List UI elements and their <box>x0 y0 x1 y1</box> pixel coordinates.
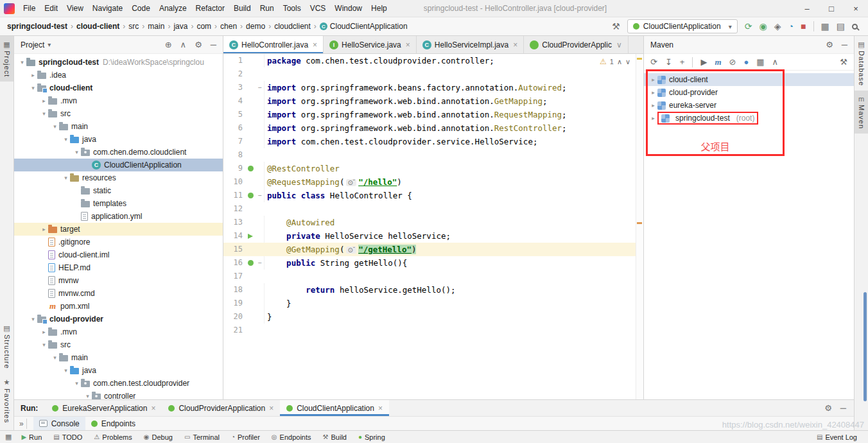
status-item-terminal[interactable]: ▭Terminal <box>178 433 225 441</box>
tree-chevron-icon[interactable]: ▾ <box>83 393 92 399</box>
code-line[interactable]: 16− public String getHello(){ <box>223 256 643 270</box>
menu-code[interactable]: Code <box>127 2 155 15</box>
menu-run[interactable]: Run <box>256 2 279 15</box>
tree-chevron-icon[interactable]: ▾ <box>73 149 81 155</box>
tree-row[interactable]: ▾java <box>14 364 223 377</box>
tree-row[interactable]: ▾controller <box>14 390 223 399</box>
menu-view[interactable]: View <box>62 2 88 15</box>
run-tab[interactable]: EurekaServerApplication× <box>46 400 162 416</box>
locate-icon[interactable]: ⊕ <box>165 40 172 49</box>
project-panel-title[interactable]: Project <box>21 40 44 49</box>
breadcrumb-item[interactable]: CCloudClientApplication <box>318 21 410 32</box>
url-mapping-inlay-icon[interactable]: ⊙ˇ <box>346 179 356 186</box>
tree-row[interactable]: .gitignore <box>14 236 223 248</box>
status-item-profiler[interactable]: ◔Profiler <box>225 433 266 441</box>
breadcrumb-item[interactable]: springcloud-test <box>5 21 69 32</box>
reimport-icon[interactable]: ⟳ <box>650 58 657 66</box>
run-subtab[interactable]: Endpoints <box>85 417 141 430</box>
tool-strip-item-maven[interactable]: mMaven <box>855 91 868 134</box>
tree-chevron-icon[interactable]: ▾ <box>29 316 37 322</box>
hide-panel-icon[interactable]: ─ <box>842 40 847 49</box>
status-item-endpoints[interactable]: ◎Endpoints <box>266 433 317 441</box>
code-line[interactable]: 17 <box>223 270 643 283</box>
tool-strip-item-favorites[interactable]: ★Favorites <box>0 374 13 428</box>
menu-file[interactable]: File <box>19 2 40 15</box>
close-icon[interactable]: × <box>269 404 273 413</box>
menu-build[interactable]: Build <box>229 2 256 15</box>
maven-settings-icon[interactable]: ⚒ <box>840 58 847 66</box>
menu-refactor[interactable]: Refactor <box>191 2 229 15</box>
maven-tree-row[interactable]: ▸cloud-client <box>644 73 854 86</box>
menu-navigate[interactable]: Navigate <box>88 2 127 15</box>
skip-tests-icon[interactable]: ⊘ <box>729 58 736 66</box>
tree-row[interactable]: ▾com.chen.test.cloudprovider <box>14 377 223 390</box>
maximize-button[interactable]: □ <box>819 0 844 17</box>
tree-row[interactable]: mvnw <box>14 274 223 287</box>
tree-row[interactable]: ▾resources <box>14 171 223 184</box>
status-item-build[interactable]: ⚒Build <box>317 433 352 441</box>
tree-chevron-icon[interactable]: ▸ <box>29 72 37 78</box>
maven-tree-row[interactable]: ▸eureka-server <box>644 99 854 112</box>
tree-chevron-icon[interactable]: ▸ <box>649 102 657 109</box>
code-line[interactable]: 20} <box>223 310 643 324</box>
editor-tab[interactable]: IHelloService.java× <box>324 36 417 53</box>
settings-gear-icon[interactable]: ⚙ <box>195 40 202 49</box>
tree-row[interactable]: HELP.md <box>14 261 223 274</box>
status-item-spring[interactable]: ●Spring <box>352 433 391 441</box>
code-line[interactable]: 2 <box>223 67 643 81</box>
scroll-stripe-mark[interactable] <box>637 222 642 224</box>
breadcrumb-item[interactable]: cloud-client <box>74 21 121 32</box>
tree-row[interactable]: ▸.mvn <box>14 326 223 338</box>
tree-row[interactable]: application.yml <box>14 210 223 223</box>
settings-gear-icon[interactable]: ⚙ <box>826 40 833 49</box>
tree-row[interactable]: ▾cloud-provider <box>14 313 223 326</box>
tree-row[interactable]: templates <box>14 197 223 210</box>
code-line[interactable]: 6import org.springframework.web.bind.ann… <box>223 121 643 135</box>
hide-panel-icon[interactable]: ─ <box>211 40 216 49</box>
warning-stripe-mark[interactable] <box>637 58 642 60</box>
project-structure-icon[interactable]: ⚒ <box>612 22 620 31</box>
next-inspection-icon[interactable]: ∨ <box>625 58 630 66</box>
inspections-widget[interactable]: ⚠ 1 ∧ ∨ <box>597 56 633 67</box>
hidden-tabs-icon[interactable]: » <box>19 419 22 428</box>
tree-chevron-icon[interactable]: ▸ <box>40 329 48 335</box>
tool-windows-icon[interactable]: ▦ <box>5 433 12 441</box>
menu-analyze[interactable]: Analyze <box>155 2 191 15</box>
tree-chevron-icon[interactable]: ▾ <box>62 367 70 374</box>
scrollbar-thumb[interactable] <box>864 292 867 401</box>
tree-chevron-icon[interactable]: ▾ <box>18 59 26 65</box>
tree-chevron-icon[interactable]: ▸ <box>649 76 657 83</box>
tree-chevron-icon[interactable]: ▸ <box>40 98 48 104</box>
download-sources-icon[interactable]: ↧ <box>665 58 672 66</box>
status-item-debug[interactable]: ◉Debug <box>138 433 178 441</box>
menu-help[interactable]: Help <box>367 2 392 15</box>
code-line[interactable]: 8 <box>223 148 643 162</box>
run-configuration-select[interactable]: CloudClientApplication ▾ <box>627 19 738 33</box>
execute-goal-icon[interactable]: m <box>715 58 721 66</box>
tool-strip-item-structure[interactable]: ▤Structure <box>0 320 13 374</box>
tree-row[interactable]: ▾main <box>14 351 223 364</box>
close-button[interactable]: × <box>844 0 868 17</box>
url-mapping-inlay-icon[interactable]: ⊙ˇ <box>346 247 356 254</box>
hide-panel-icon[interactable]: ─ <box>840 404 846 412</box>
tree-chevron-icon[interactable]: ▾ <box>29 85 37 91</box>
offline-mode-icon[interactable]: ● <box>743 58 749 66</box>
tree-row[interactable]: ▾src <box>14 107 223 120</box>
code-line[interactable]: 13 @Autowired <box>223 216 643 229</box>
coverage-icon[interactable]: ◈ <box>774 22 781 31</box>
tree-row[interactable]: ▾main <box>14 120 223 133</box>
tree-chevron-icon[interactable]: ▾ <box>73 380 81 387</box>
status-item-event-log[interactable]: ▤Event Log <box>811 433 863 441</box>
status-item-todo[interactable]: ▤TODO <box>48 433 88 441</box>
tree-chevron-icon[interactable]: ▾ <box>51 123 59 130</box>
breadcrumb-item[interactable]: src <box>126 21 141 32</box>
code-line[interactable]: 12 <box>223 202 643 216</box>
status-item-run[interactable]: ▶Run <box>15 433 48 441</box>
breadcrumb-item[interactable]: cloudclient <box>272 21 313 32</box>
restore-layout-icon[interactable]: ▤ <box>837 22 845 31</box>
tree-row[interactable]: ▾com.chen.demo.cloudclient <box>14 146 223 159</box>
tree-row[interactable]: mvnw.cmd <box>14 287 223 300</box>
editor-tab[interactable]: CloudProviderApplic∨ <box>524 36 629 53</box>
close-icon[interactable]: × <box>378 404 383 413</box>
breadcrumb-item[interactable]: main <box>146 21 166 32</box>
